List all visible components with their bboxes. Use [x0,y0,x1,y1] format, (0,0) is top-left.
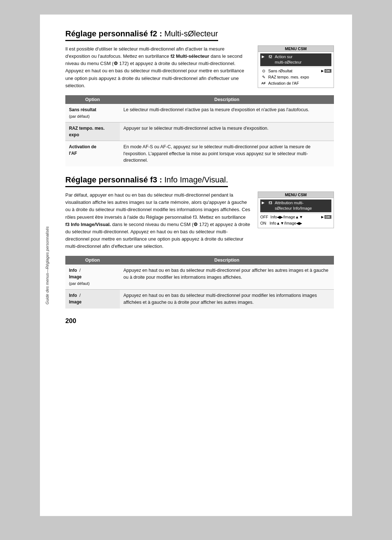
f3-intro-part1: Par défaut, appuyer en haut ou en bas du… [65,192,250,219]
f3-menu-csm-highlighted-row: ▶ f3 Attribution multi-sØlecteur Info/Im… [260,200,331,212]
table-row: Activation del'AF En mode AF-S ou AF-C, … [65,141,334,166]
f3-menu-csm-body: ▶ f3 Attribution multi-sØlecteur Info/Im… [258,198,334,228]
f2-row3-desc: En mode AF-S ou AF-C, appuyez sur le sél… [120,141,334,166]
f2-cog-icon: ⚙ [114,61,118,66]
f2-divider [260,67,331,67]
f2-row1-desc: Le sélecteur multi-directionnel n'active… [120,104,334,122]
f3-cog-icon: ⚙ [193,222,198,227]
f2-intro-row: Il est possible d'utiliser le sélecteur … [65,45,334,89]
f2-intro-text: Il est possible d'utiliser le sélecteur … [65,45,250,89]
f2-opt1-label: Sans rØsultat [268,69,320,73]
f3-divider [260,213,331,213]
section-f2-title-bold: Réglage personnalisé f2 : [65,29,162,38]
table-row: Info /Image (par défaut) Appuyez en haut… [65,265,334,290]
f2-row-code: f2 [268,54,273,60]
table-row: Sans résultat (par défaut) Le sélecteur … [65,104,334,122]
f2-table: Option Description Sans résultat (par dé… [65,95,334,166]
f3-intro-bold: f3 Info Image/Visual. [65,222,111,227]
f2-opt2-label: RAZ tempo. mes. expo [268,75,331,79]
f3-row1-option: Info /Image (par défaut) [65,265,120,290]
f2-opt3-icon: AF [260,81,267,85]
f3-row-label: Attribution multi-sØlecteur Info/Image [275,200,331,211]
f2-row3-option: Activation del'AF [65,141,120,166]
f2-opt2-icon: ✎ [260,75,267,80]
f3-opt-off-label: OFF Info◀▶/Image▲▼ [260,215,320,219]
f3-menu-csm-header: MENU CSM [258,192,334,198]
f3-option-on: ON Info▲▼/Image◀▶ [260,220,331,226]
sidebar: Guide des menus—Réglages personnalisés [40,15,54,516]
f3-row-indicator: ▶ [260,200,266,205]
section-f3: Réglage personnalisé f3 : Info Image/Vis… [65,175,334,309]
f3-menu-csm-box: MENU CSM ▶ f3 Attribution multi-sØlecteu… [258,192,334,228]
f2-row-indicator: ▶ [260,54,266,59]
page-number: 200 [65,317,334,325]
f2-option-1: ⊙ Sans rØsultat ▶OK [260,68,331,74]
f3-intro-text: Par défaut, appuyer en haut ou en bas du… [65,192,250,250]
section-f3-title-bold: Réglage personnalisé f3 : [65,175,162,184]
f3-option-off: OFF Info◀▶/Image▲▼ ▶OK [260,214,331,220]
sidebar-label: Guide des menus—Réglages personnalisés [45,226,49,305]
f2-col1-header: Option [65,95,120,104]
f2-menu-csm-header: MENU CSM [258,46,334,52]
section-f3-title-light: Info Image/Visual. [162,175,228,184]
f3-table: Option Description Info /Image (par défa… [65,256,334,309]
f3-col1-header: Option [65,256,120,265]
f2-opt3-label: Activation de l'AF [268,81,331,85]
f2-opt1-icon: ⊙ [260,69,267,73]
f2-row-label: Action surmulti-sØlecteur [275,54,331,65]
f2-opt1-ok: ▶OK [321,69,332,73]
section-f2-title: Réglage personnalisé f2 : Multi-sØlecteu… [65,29,218,41]
table-row: RAZ tempo. mes.expo Appuyer sur le sélec… [65,122,334,141]
f3-row2-desc: Appuyez en haut ou en bas du sélecteur m… [120,290,334,309]
f2-row2-desc: Appuyer sur le sélecteur multi-direction… [120,122,334,141]
f2-row2-option: RAZ tempo. mes.expo [65,122,120,141]
f2-intro-page: 172 [119,61,127,66]
section-f3-title: Réglage personnalisé f3 : Info Image/Vis… [65,175,228,187]
f2-option-3: AF Activation de l'AF [260,80,331,86]
f3-opt-on-label: ON Info▲▼/Image◀▶ [260,221,331,226]
f3-row-code: f3 [268,200,273,206]
f3-intro-row: Par défaut, appuyer en haut ou en bas du… [65,192,334,250]
f3-row2-option: Info /Image [65,290,120,309]
f3-intro-part2: dans le second niveau du menu CSM ( [111,222,193,227]
table-row: Info /Image Appuyez en haut ou en bas du… [65,290,334,309]
f2-row1-option: Sans résultat (par défaut) [65,104,120,122]
f3-intro-page: 172 [199,222,207,227]
section-f2-title-light: Multi-sØlecteur [162,29,218,38]
section-f2: Réglage personnalisé f2 : Multi-sØlecteu… [65,29,334,166]
f2-menu-csm-box: MENU CSM ▶ f2 Action surmulti-sØlecteur … [258,45,334,88]
f3-row1-desc: Appuyez en haut ou en bas du sélecteur m… [120,265,334,290]
f3-col2-header: Description [120,256,334,265]
f2-intro-bold: f2 Multi-sélecteur [171,53,209,59]
page: Guide des menus—Réglages personnalisés R… [40,15,352,516]
f3-opt-off-ok: ▶OK [321,215,332,219]
f2-option-2: ✎ RAZ tempo. mes. expo [260,74,331,80]
f2-col2-header: Description [120,95,334,104]
f2-menu-csm-body: ▶ f2 Action surmulti-sØlecteur ⊙ Sans rØ… [258,52,334,88]
f2-menu-csm-highlighted-row: ▶ f2 Action surmulti-sØlecteur [260,53,331,66]
